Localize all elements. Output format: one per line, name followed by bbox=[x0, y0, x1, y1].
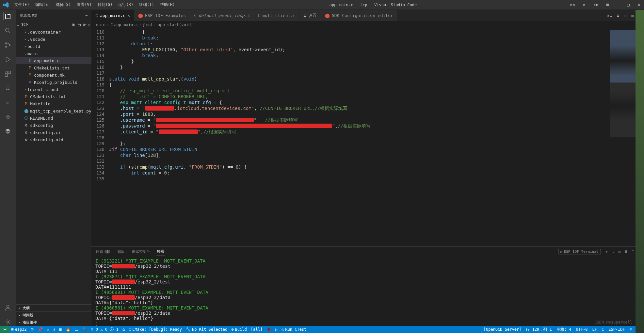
explorer-icon[interactable] bbox=[4, 12, 11, 20]
tree-folder[interactable]: ⌄ main bbox=[16, 50, 91, 57]
tree-file[interactable]: ⓘREADME.md bbox=[16, 114, 91, 122]
run-icon[interactable]: ▷⌄ bbox=[607, 13, 612, 18]
tab-debug-console[interactable]: 调试控制台 bbox=[131, 248, 151, 255]
kill-terminal-icon[interactable]: 🗑 bbox=[624, 250, 628, 254]
status-star[interactable]: ☆ bbox=[47, 327, 49, 332]
tree-file[interactable]: Mcomponent.mk bbox=[16, 71, 91, 79]
code-content[interactable]: } break; default: ESP_LOGI(TAG, "Other e… bbox=[109, 28, 608, 246]
settings-gear-icon[interactable] bbox=[4, 318, 12, 326]
tree-folder[interactable]: › .devcontainer bbox=[16, 28, 91, 36]
breadcrumb-item[interactable]: app_main.c bbox=[114, 23, 137, 27]
split-editor-icon[interactable]: ◫ bbox=[624, 13, 627, 18]
tree-file[interactable]: MCMakeLists.txt bbox=[16, 93, 91, 100]
tree-folder[interactable]: › tecent_cloud bbox=[16, 86, 91, 93]
chevron-down-icon[interactable]: ⌄ bbox=[612, 250, 615, 254]
sidebar-section[interactable]: › 时间线 bbox=[16, 311, 91, 319]
status-beaker[interactable]: ⚗ bbox=[53, 327, 55, 332]
tab-problems[interactable]: 问题1 bbox=[95, 248, 111, 255]
tree-file[interactable]: ⚙sdkconfig bbox=[16, 122, 91, 129]
remote-icon[interactable]: ☷ bbox=[4, 84, 12, 92]
status-encoding[interactable]: UTF-8 bbox=[576, 327, 588, 332]
remote-indicator[interactable]: >< bbox=[0, 326, 10, 333]
terminal-output[interactable]: I (913221) MQTT_EXAMPLE: MQTT_EVENT_DATA… bbox=[91, 256, 644, 326]
tree-file[interactable]: ⬤mqtt_tcp_example_test.py bbox=[16, 107, 91, 114]
status-debug-icon[interactable]: 🐞 bbox=[266, 327, 271, 332]
close-tab-icon[interactable]: ✕ bbox=[127, 13, 130, 18]
editor-tab[interactable]: ⬤SDK Configuration editor bbox=[321, 10, 397, 21]
new-file-icon[interactable]: 🗎 bbox=[72, 23, 75, 27]
status-sync[interactable]: ⟳ bbox=[31, 327, 34, 332]
layout-icon[interactable]: ▫▫ bbox=[592, 1, 600, 8]
menu-item[interactable]: 终端(T) bbox=[137, 1, 157, 9]
status-esp[interactable]: ⊞ esp32 bbox=[11, 327, 26, 332]
layout-icon[interactable]: ▫▫ bbox=[569, 1, 577, 8]
tree-file[interactable]: MMakefile bbox=[16, 100, 91, 107]
menu-item[interactable]: 帮助(H) bbox=[157, 1, 178, 9]
status-espidf[interactable]: ESP-IDF bbox=[608, 327, 625, 332]
terminal-label[interactable]: ▷ ESP-IDF Terminal bbox=[558, 249, 601, 254]
menu-item[interactable]: 文件(F) bbox=[12, 1, 32, 9]
extensions-icon[interactable] bbox=[4, 70, 12, 78]
editor-tab[interactable]: Capp_main.c✕ bbox=[91, 10, 134, 21]
collapse-icon[interactable]: ⊟ bbox=[88, 23, 90, 27]
source-control-icon[interactable] bbox=[4, 41, 12, 49]
code-editor[interactable]: 110 111 112 113 114 115 116 117 118 119 … bbox=[91, 28, 644, 246]
layout-icon[interactable]: ▥ bbox=[631, 13, 634, 18]
split-terminal-icon[interactable]: ◫ bbox=[618, 250, 620, 254]
maximize-panel-icon[interactable]: ^ bbox=[632, 250, 634, 254]
docker-icon[interactable]: ◫ bbox=[4, 98, 12, 106]
status-plug[interactable]: 🔌 bbox=[82, 327, 87, 332]
status-flame[interactable]: 🔥 bbox=[66, 327, 71, 332]
refresh-icon[interactable]: ⟳ bbox=[83, 23, 86, 27]
search-icon[interactable] bbox=[4, 27, 12, 35]
status-target[interactable]: [all] bbox=[251, 327, 263, 332]
breadcrumb-item[interactable]: mqtt_app_start(void) bbox=[146, 23, 193, 27]
run-debug-icon[interactable] bbox=[4, 55, 12, 63]
new-folder-icon[interactable]: 🗀 bbox=[77, 23, 81, 27]
status-cmake[interactable]: ◯ CMake: [Debug]: Ready bbox=[129, 327, 182, 332]
tree-file[interactable]: ≡Kconfig.projbuild bbox=[16, 79, 91, 86]
settings-icon[interactable]: ⚙ bbox=[617, 13, 620, 18]
tree-file[interactable]: ⚙sdkconfig.old bbox=[16, 136, 91, 143]
status-screen[interactable]: 🖵 bbox=[74, 327, 78, 332]
espressif-icon[interactable]: ⦿ bbox=[4, 113, 12, 121]
status-build[interactable]: ⚙ Build bbox=[231, 327, 247, 332]
menu-item[interactable]: 编辑(E) bbox=[33, 1, 53, 9]
status-openocd[interactable]: [OpenOCD Server] bbox=[484, 327, 522, 332]
layout-icon[interactable]: ⊞ bbox=[605, 1, 610, 8]
status-errors[interactable]: ⊘ 0 ⚠ 0 ⓘ 1 bbox=[91, 327, 119, 332]
status-home[interactable]: ⌂ bbox=[122, 327, 125, 332]
sidebar-more-icon[interactable]: ⋯ bbox=[85, 13, 88, 18]
menu-item[interactable]: 查看(V) bbox=[74, 1, 94, 9]
editor-tab[interactable]: Cmqtt_client.c bbox=[254, 10, 300, 21]
menu-item[interactable]: 运行(R) bbox=[116, 1, 136, 9]
breadcrumb[interactable]: main› C app_main.c› ⨍ mqtt_app_start(voi… bbox=[91, 21, 644, 28]
new-terminal-icon[interactable]: ＋ bbox=[605, 249, 608, 254]
tab-terminal[interactable]: 终端 bbox=[156, 248, 165, 255]
tree-file[interactable]: Capp_main.c bbox=[16, 57, 91, 64]
tree-folder[interactable]: › .vscode bbox=[16, 36, 91, 43]
status-run-icon[interactable]: ▷ bbox=[275, 327, 278, 332]
status-ctest[interactable]: ⚗ Run CTest bbox=[282, 327, 306, 332]
tree-file[interactable]: ⚙sdkconfig.ci bbox=[16, 129, 91, 136]
minimize-icon[interactable]: — bbox=[616, 1, 621, 8]
status-pin[interactable]: 📌 bbox=[38, 327, 43, 332]
folder-header[interactable]: ⌄ TCP 🗎 🗀 ⟳ ⊟ bbox=[16, 21, 91, 28]
tree-file[interactable]: MCMakeLists.txt bbox=[16, 64, 91, 71]
menu-item[interactable]: 转到(G) bbox=[95, 1, 115, 9]
accounts-icon[interactable] bbox=[4, 304, 12, 311]
tree-folder[interactable]: › build bbox=[16, 43, 91, 50]
maximize-icon[interactable]: ▢ bbox=[626, 1, 631, 8]
status-language[interactable]: C bbox=[602, 327, 604, 332]
sidebar-section[interactable]: › 大纲 bbox=[16, 304, 91, 311]
status-cursor[interactable]: 行 129，列 1 bbox=[526, 327, 552, 332]
breadcrumb-item[interactable]: main bbox=[96, 23, 105, 27]
status-spaces[interactable]: 空格: 4 bbox=[556, 327, 572, 332]
layout-icon[interactable]: ▫ bbox=[582, 1, 587, 8]
sidebar-section[interactable]: › 项目组件 bbox=[16, 319, 91, 326]
editor-tab[interactable]: Cdefault_event_loop.c bbox=[190, 10, 254, 21]
editor-tab[interactable]: ⚙设置 bbox=[300, 10, 321, 21]
editor-tab[interactable]: ⬤ESP-IDF Examples bbox=[134, 10, 190, 21]
close-icon[interactable]: ✕ bbox=[636, 1, 641, 8]
status-eol[interactable]: LF bbox=[592, 327, 597, 332]
